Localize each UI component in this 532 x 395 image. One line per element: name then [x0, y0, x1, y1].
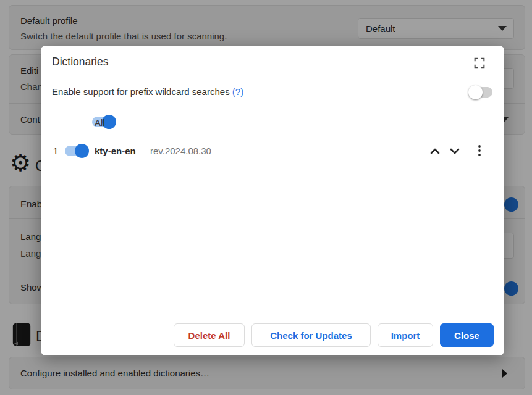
dictionary-revision: rev.2024.08.30	[150, 146, 211, 156]
dictionary-toggle[interactable]	[64, 144, 89, 158]
entry-index: 1	[51, 146, 58, 156]
wildcard-toggle[interactable]	[468, 85, 493, 99]
close-button[interactable]: Close	[440, 323, 494, 347]
wildcard-help-link[interactable]: (?)	[232, 86, 243, 97]
move-up-icon[interactable]	[428, 144, 442, 161]
import-button[interactable]: Import	[378, 323, 433, 347]
fullscreen-icon[interactable]	[473, 56, 486, 70]
all-toggle-label: All	[95, 117, 105, 128]
dictionary-name: kty-en-en	[95, 146, 136, 156]
dialog-title: Dictionaries	[52, 56, 108, 69]
delete-all-button[interactable]: Delete All	[174, 323, 245, 347]
kebab-menu-icon[interactable]	[475, 142, 484, 162]
wildcard-search-text: Enable support for prefix wildcard searc…	[52, 86, 232, 97]
move-down-icon[interactable]	[447, 144, 462, 161]
wildcard-search-label: Enable support for prefix wildcard searc…	[52, 86, 243, 97]
dictionary-entry-row: 1 kty-en-en rev.2024.08.30	[41, 143, 504, 159]
check-for-updates-button[interactable]: Check for Updates	[251, 323, 371, 347]
toggle-knob	[75, 144, 89, 158]
dialog-footer: Delete All Check for Updates Import Clos…	[41, 323, 494, 347]
dictionaries-dialog: Dictionaries Enable support for prefix w…	[41, 46, 504, 356]
toggle-knob	[468, 85, 483, 99]
